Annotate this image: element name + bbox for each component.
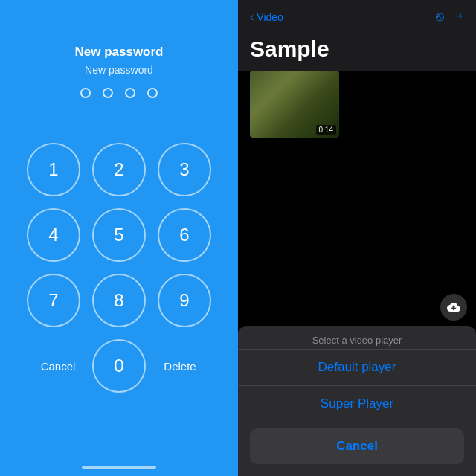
pin-dots (80, 88, 158, 98)
numpad-8[interactable]: 8 (92, 274, 146, 327)
left-panel: New password New password 1 2 3 4 5 6 7 … (0, 0, 238, 476)
pin-dot-4 (147, 88, 158, 98)
pin-dot-3 (125, 88, 135, 98)
password-subtitle: New password (74, 64, 163, 76)
numpad-3[interactable]: 3 (158, 143, 211, 196)
super-player-option[interactable]: Super Player (238, 386, 476, 422)
cloud-download-button[interactable] (440, 294, 467, 321)
numpad-2[interactable]: 2 (92, 143, 146, 196)
sheet-prompt: Select a video player (238, 326, 476, 349)
numpad-1[interactable]: 1 (27, 143, 80, 196)
numpad-9[interactable]: 9 (158, 274, 211, 327)
password-header: New password New password (74, 45, 163, 88)
page-title: Sample (250, 36, 464, 62)
numpad-0[interactable]: 0 (92, 339, 146, 393)
sheet-cancel-button[interactable]: Cancel (250, 428, 464, 464)
bottom-sheet: Select a video player Default player Sup… (238, 326, 476, 476)
back-chevron-icon: ‹ (250, 11, 254, 23)
home-indicator (82, 466, 156, 469)
cloud-icon (447, 300, 460, 314)
video-thumbnail[interactable]: 0:14 (250, 71, 339, 138)
password-title: New password (74, 45, 163, 60)
share-icon[interactable]: ⎋ (436, 9, 444, 25)
pin-dot-1 (80, 88, 91, 98)
page-title-section: Sample (238, 30, 476, 71)
delete-button[interactable]: Delete (153, 350, 207, 382)
cancel-button[interactable]: Cancel (31, 350, 85, 382)
numpad-grid: 1 2 3 4 5 6 7 8 9 (27, 143, 211, 327)
numpad-7[interactable]: 7 (27, 274, 80, 327)
back-button[interactable]: ‹ Video (250, 11, 283, 23)
add-icon[interactable]: + (456, 9, 464, 25)
header-icons: ⎋ + (436, 9, 464, 25)
numpad-4[interactable]: 4 (27, 208, 80, 262)
nav-header: ‹ Video ⎋ + (238, 0, 476, 30)
pin-dot-2 (103, 88, 113, 98)
back-label: Video (257, 11, 283, 23)
right-panel: ‹ Video ⎋ + Sample 0:14 Select a video p… (238, 0, 476, 476)
default-player-option[interactable]: Default player (238, 350, 476, 386)
numpad-5[interactable]: 5 (92, 208, 146, 262)
numpad-bottom-row: Cancel 0 Delete (31, 339, 207, 393)
numpad-6[interactable]: 6 (158, 208, 211, 262)
video-duration: 0:14 (316, 125, 336, 135)
